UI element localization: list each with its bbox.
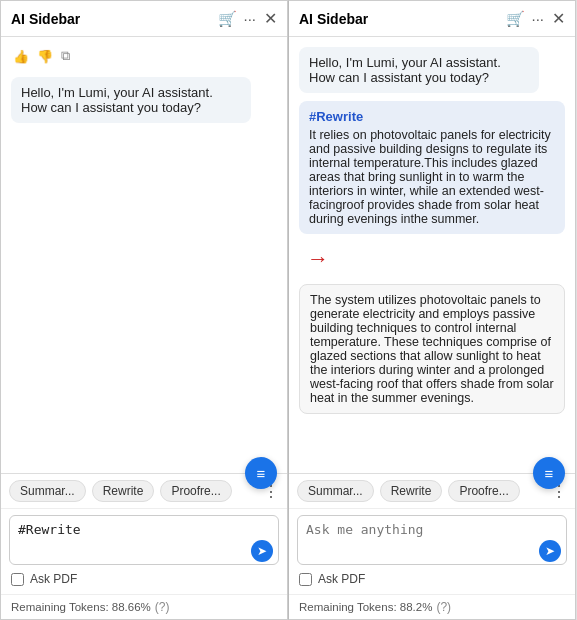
right-fab-button[interactable]: ≡: [533, 457, 565, 489]
right-lumi-text: Hello, I'm Lumi, your AI assistant. How …: [309, 55, 501, 85]
right-summarize-button[interactable]: Summar...: [297, 480, 374, 502]
right-pdf-checkbox[interactable]: [299, 573, 312, 586]
copy-button[interactable]: ⧉: [59, 47, 72, 65]
thumb-down-button[interactable]: 👎: [35, 47, 55, 65]
left-send-button[interactable]: ➤: [251, 540, 273, 562]
left-proofread-button[interactable]: Proofre...: [160, 480, 231, 502]
right-fab-icon: ≡: [545, 465, 554, 482]
left-sidebar: AI Sidebar 🛒 ··· ✕ 👍 👎 ⧉ Hello, I'm Lumi…: [0, 0, 288, 620]
right-rewrite-label: #Rewrite: [309, 109, 555, 124]
left-tokens-text: Remaining Tokens: 88.66%: [11, 601, 151, 613]
left-more-icon[interactable]: ···: [243, 10, 256, 27]
right-input-area: ➤ Ask PDF: [289, 508, 575, 594]
right-input-field[interactable]: [297, 515, 567, 565]
right-message-area: Hello, I'm Lumi, your AI assistant. How …: [289, 37, 575, 473]
left-lumi-bubble: Hello, I'm Lumi, your AI assistant. How …: [11, 77, 251, 123]
right-close-button[interactable]: ✕: [552, 9, 565, 28]
left-help-icon[interactable]: (?): [155, 600, 170, 614]
left-summarize-button[interactable]: Summar...: [9, 480, 86, 502]
right-title: AI Sidebar: [299, 11, 500, 27]
right-input-wrapper: ➤: [297, 515, 567, 568]
left-fab-button[interactable]: ≡: [245, 457, 277, 489]
left-pdf-row: Ask PDF: [9, 568, 279, 588]
right-lumi-bubble: Hello, I'm Lumi, your AI assistant. How …: [299, 47, 539, 93]
right-arrow-row: →: [299, 242, 565, 276]
left-toolbar: Summar... Rewrite Proofre... ⋮: [1, 473, 287, 508]
right-pdf-label: Ask PDF: [318, 572, 365, 586]
left-tokens-row: Remaining Tokens: 88.66% (?): [1, 594, 287, 619]
right-proofread-button[interactable]: Proofre...: [448, 480, 519, 502]
left-input-field[interactable]: #Rewrite: [9, 515, 279, 565]
left-close-button[interactable]: ✕: [264, 9, 277, 28]
right-tokens-text: Remaining Tokens: 88.2%: [299, 601, 432, 613]
right-rewrite-text: It relies on photovoltaic panels for ele…: [309, 128, 551, 226]
left-message-area: 👍 👎 ⧉ Hello, I'm Lumi, your AI assistant…: [1, 37, 287, 473]
left-pdf-label: Ask PDF: [30, 572, 77, 586]
left-rewrite-button[interactable]: Rewrite: [92, 480, 155, 502]
right-plain-bubble: The system utilizes photovoltaic panels …: [299, 284, 565, 414]
thumb-up-button[interactable]: 👍: [11, 47, 31, 65]
right-pdf-row: Ask PDF: [297, 568, 567, 588]
right-help-icon[interactable]: (?): [436, 600, 451, 614]
left-input-area: #Rewrite ➤ Ask PDF: [1, 508, 287, 594]
left-msg-actions: 👍 👎 ⧉: [11, 47, 277, 65]
right-send-icon: ➤: [545, 544, 555, 558]
right-tokens-row: Remaining Tokens: 88.2% (?): [289, 594, 575, 619]
left-fab-icon: ≡: [257, 465, 266, 482]
left-pdf-checkbox[interactable]: [11, 573, 24, 586]
right-send-button[interactable]: ➤: [539, 540, 561, 562]
right-rewrite-bubble: #Rewrite It relies on photovoltaic panel…: [299, 101, 565, 234]
left-header: AI Sidebar 🛒 ··· ✕: [1, 1, 287, 37]
left-input-wrapper: #Rewrite ➤: [9, 515, 279, 568]
left-lumi-text: Hello, I'm Lumi, your AI assistant. How …: [21, 85, 213, 115]
left-send-icon: ➤: [257, 544, 267, 558]
left-title: AI Sidebar: [11, 11, 212, 27]
right-more-icon[interactable]: ···: [531, 10, 544, 27]
right-rewrite-button[interactable]: Rewrite: [380, 480, 443, 502]
right-header: AI Sidebar 🛒 ··· ✕: [289, 1, 575, 37]
right-toolbar: Summar... Rewrite Proofre... ⋮: [289, 473, 575, 508]
right-plain-text: The system utilizes photovoltaic panels …: [310, 293, 554, 405]
right-arrow-icon: →: [307, 246, 329, 272]
right-cart-icon[interactable]: 🛒: [506, 10, 525, 28]
right-sidebar: AI Sidebar 🛒 ··· ✕ Hello, I'm Lumi, your…: [288, 0, 576, 620]
left-cart-icon[interactable]: 🛒: [218, 10, 237, 28]
